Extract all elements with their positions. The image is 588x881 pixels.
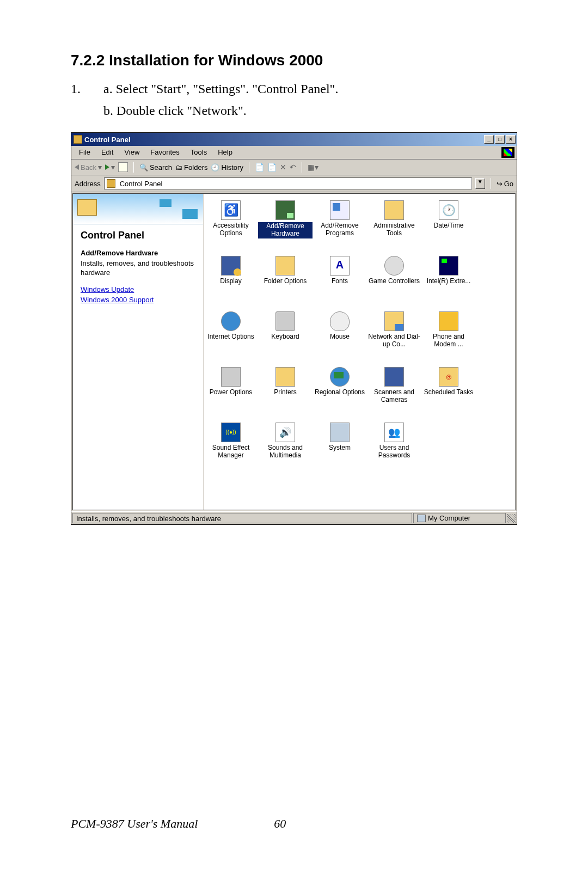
control-panel-item[interactable]: Accessibility Options (204, 197, 258, 253)
control-panel-item[interactable]: Users and Passwords (367, 419, 421, 475)
arrow-left-icon (75, 164, 79, 170)
sidebar-description: Installs, removes, and troubleshoots har… (81, 259, 195, 278)
titlebar: Control Panel _ □ × (71, 133, 517, 146)
item-label: Fonts (330, 278, 349, 285)
control-panel-item[interactable]: Mouse (313, 308, 367, 364)
delete-icon[interactable]: ✕ (280, 163, 286, 172)
control-panel-item[interactable]: Intel(R) Extre... (421, 253, 476, 308)
menu-edit[interactable]: Edit (96, 147, 119, 158)
control-panel-item[interactable]: Date/Time (421, 197, 476, 253)
link-windows-update[interactable]: Windows Update (81, 285, 195, 293)
address-label: Address (75, 180, 101, 188)
item-label: Regional Options (314, 389, 366, 396)
control-panel-item[interactable]: Internet Options (204, 308, 258, 364)
menu-favorites[interactable]: Favorites (145, 147, 185, 158)
go-label: Go (504, 180, 513, 188)
address-value: Control Panel (120, 180, 163, 188)
mouse-icon (330, 311, 350, 331)
region-icon (330, 367, 350, 387)
folders-button[interactable]: 🗂Folders (175, 163, 207, 172)
control-panel-item[interactable]: Display (204, 253, 258, 308)
item-label: Folder Options (263, 278, 308, 285)
ie-icon (221, 311, 241, 331)
control-panel-item[interactable]: Printers (258, 364, 313, 419)
item-label: Accessibility Options (204, 222, 258, 237)
windows-logo-icon (501, 147, 514, 158)
history-icon: 🕘 (211, 163, 219, 172)
system-icon (330, 423, 350, 442)
addressbar: Address Control Panel ▼ ↪Go (71, 175, 517, 192)
menu-file[interactable]: File (74, 147, 96, 158)
views-icon[interactable]: ▦▾ (308, 163, 318, 172)
control-panel-item[interactable]: Network and Dial-up Co... (367, 308, 421, 364)
address-dropdown[interactable]: ▼ (475, 178, 485, 189)
toolbar-separator (133, 162, 134, 173)
folder-icon (275, 256, 295, 276)
menu-help[interactable]: Help (212, 147, 238, 158)
menubar: File Edit View Favorites Tools Help (71, 146, 517, 160)
go-button[interactable]: ↪Go (497, 180, 513, 188)
item-label: Internet Options (206, 333, 255, 341)
folders-icon: 🗂 (175, 163, 182, 172)
control-panel-item[interactable]: Scanners and Cameras (367, 364, 421, 419)
footer-page-number: 60 (274, 817, 286, 831)
section-heading: 7.2.2 Installation for Windows 2000 (71, 52, 517, 69)
control-panel-item[interactable]: Power Options (204, 364, 258, 419)
control-panel-item[interactable]: Keyboard (258, 308, 313, 364)
item-label: Display (219, 278, 242, 285)
control-panel-item[interactable]: System (313, 419, 367, 475)
sound-icon (275, 423, 295, 442)
control-panel-item[interactable]: Add/Remove Hardware (258, 197, 313, 253)
sidebar-title: Control Panel (81, 230, 195, 241)
address-input[interactable]: Control Panel (104, 178, 472, 189)
control-panel-item[interactable]: Sound Effect Manager (204, 419, 258, 475)
window-title: Control Panel (84, 136, 484, 144)
folder-up-icon (118, 162, 128, 172)
history-label: History (221, 163, 243, 172)
display-icon (221, 256, 241, 276)
search-button[interactable]: 🔍Search (139, 163, 172, 172)
print-icon (275, 367, 295, 387)
undo-icon[interactable]: ↶ (290, 163, 296, 172)
kbd-icon (275, 311, 295, 331)
link-windows-2000-support[interactable]: Windows 2000 Support (81, 296, 195, 304)
toolbar-separator (491, 178, 491, 189)
item-label: Mouse (329, 333, 351, 341)
search-icon: 🔍 (139, 163, 148, 172)
back-button[interactable]: Back ▾ (75, 163, 102, 172)
folders-label: Folders (184, 163, 207, 172)
menu-tools[interactable]: Tools (185, 147, 212, 158)
control-panel-item[interactable]: Scheduled Tasks (421, 364, 476, 419)
item-label: Sound Effect Manager (204, 444, 258, 460)
decoration-icon (160, 197, 198, 219)
control-panel-item[interactable]: Add/Remove Programs (313, 197, 367, 253)
close-button[interactable]: × (506, 135, 516, 144)
control-panel-item[interactable]: Phone and Modem ... (421, 308, 476, 364)
item-label: Administrative Tools (367, 222, 421, 237)
item-label: Date/Time (433, 222, 465, 230)
resize-grip[interactable] (507, 514, 516, 523)
control-panel-item[interactable]: Folder Options (258, 253, 313, 308)
fonts-icon (330, 256, 350, 276)
minimize-button[interactable]: _ (484, 135, 494, 144)
item-label: Intel(R) Extre... (426, 278, 472, 285)
copy-to-icon[interactable]: 📄 (267, 163, 277, 172)
admin-icon (384, 200, 404, 220)
intel-icon (439, 256, 458, 276)
item-label: Printers (273, 389, 297, 396)
control-panel-item[interactable]: Sounds and Multimedia (258, 419, 313, 475)
forward-button[interactable]: ▾ (105, 163, 115, 172)
toolbar-separator (302, 162, 302, 173)
up-button[interactable] (118, 162, 128, 172)
control-panel-item[interactable]: Administrative Tools (367, 197, 421, 253)
menu-view[interactable]: View (119, 147, 145, 158)
history-button[interactable]: 🕘History (211, 163, 243, 172)
item-label: Scanners and Cameras (367, 389, 421, 404)
item-label: Keyboard (270, 333, 300, 341)
maximize-button[interactable]: □ (495, 135, 505, 144)
move-to-icon[interactable]: 📄 (255, 163, 264, 172)
control-panel-item[interactable]: Fonts (313, 253, 367, 308)
control-panel-item[interactable]: Regional Options (313, 364, 367, 419)
control-panel-item[interactable]: Game Controllers (367, 253, 421, 308)
control-panel-icon (74, 135, 82, 144)
